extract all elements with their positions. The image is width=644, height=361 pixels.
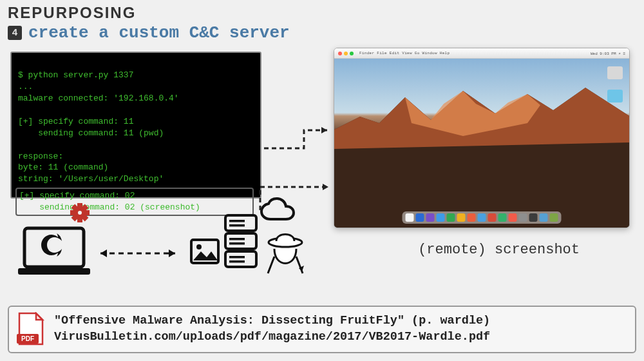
svg-rect-17 (225, 251, 256, 267)
term-line: response: (18, 151, 63, 161)
dock-app-icon (540, 213, 548, 222)
svg-rect-0 (24, 228, 84, 267)
svg-rect-19 (229, 260, 245, 263)
remote-screenshot-window: Finder File Edit View Go Window Help Wed… (334, 48, 630, 228)
subtitle-text: create a custom C&C server (28, 23, 290, 43)
svg-rect-12 (229, 220, 245, 222)
bidirectional-arrow-icon (93, 247, 183, 260)
dock-app-icon (457, 213, 466, 222)
dock-app-icon (519, 213, 527, 222)
dock-app-icon (478, 213, 486, 222)
laptop-icon (15, 226, 93, 284)
page-title: REPURPOSING (8, 4, 636, 22)
svg-rect-14 (225, 233, 256, 249)
footer-line2: VirusBulletin.com/uploads/pdf/magazine/2… (54, 329, 490, 346)
dock-app-icon (426, 213, 435, 222)
virus-icon (70, 202, 90, 223)
subtitle-row: 4 create a custom C&C server (0, 23, 644, 45)
term-line: sending command: 11 (pwd) (18, 128, 164, 138)
dashed-connector-icon (258, 182, 335, 214)
term-line: $ python server.py 1337 (18, 70, 133, 80)
term-line: byte: 11 (command) (18, 162, 108, 172)
remote-caption: (remote) screenshot (418, 242, 580, 258)
dock-app-icon (488, 213, 497, 222)
traffic-light-min-icon (344, 52, 348, 55)
dashed-connector-icon (263, 126, 334, 152)
dock-app-icon (509, 213, 517, 222)
pdf-file-icon: PDF (17, 312, 45, 347)
mountain-icon (334, 59, 630, 228)
svg-text:PDF: PDF (21, 335, 34, 342)
term-line: [+] specify command: 11 (18, 117, 133, 126)
desktop-wallpaper (334, 59, 629, 228)
svg-rect-16 (229, 242, 245, 245)
traffic-light-close-icon (338, 52, 342, 55)
svg-point-10 (196, 244, 202, 249)
svg-rect-13 (229, 224, 245, 227)
term-line: string: '/Users/user/Desktop' (18, 174, 164, 184)
svg-rect-1 (18, 268, 90, 275)
term-line: [+] specify command: 02 (19, 191, 135, 200)
dock-app-icon (529, 213, 538, 222)
bottom-diagram (9, 206, 325, 293)
dock-app-icon (437, 213, 445, 222)
menubar-right: Wed 9:03 PM ⌕ ≡ (591, 51, 625, 56)
menubar-left: Finder File Edit View Go Window Help (359, 51, 450, 55)
dock-app-icon (498, 213, 507, 222)
spy-icon (265, 229, 305, 279)
dock-app-icon (416, 213, 424, 222)
step-badge: 4 (8, 26, 22, 40)
terminal-window: $ python server.py 1337 ... malware conn… (10, 52, 261, 199)
footer-text: "Offensive Malware Analysis: Dissecting … (54, 313, 490, 346)
dock-app-icon (468, 213, 476, 222)
footer-reference: PDF "Offensive Malware Analysis: Dissect… (8, 306, 636, 353)
svg-rect-11 (225, 215, 256, 231)
traffic-light-max-icon (350, 52, 354, 55)
term-line: ... (18, 82, 33, 92)
dock-app-icon (550, 213, 558, 222)
server-icon (222, 213, 260, 273)
picture-icon (189, 236, 220, 270)
svg-point-7 (78, 211, 82, 215)
desktop-item-icon (607, 66, 623, 79)
window-chrome: Finder File Edit View Go Window Help Wed… (334, 48, 629, 59)
svg-rect-18 (229, 256, 245, 259)
term-line: malware connected: '192.168.0.4' (18, 93, 179, 103)
dock (402, 211, 562, 224)
footer-line1: "Offensive Malware Analysis: Dissecting … (54, 313, 490, 329)
svg-rect-15 (229, 238, 245, 240)
dock-app-icon (406, 213, 414, 222)
desktop-item-icon (607, 90, 623, 102)
dock-app-icon (447, 213, 455, 222)
